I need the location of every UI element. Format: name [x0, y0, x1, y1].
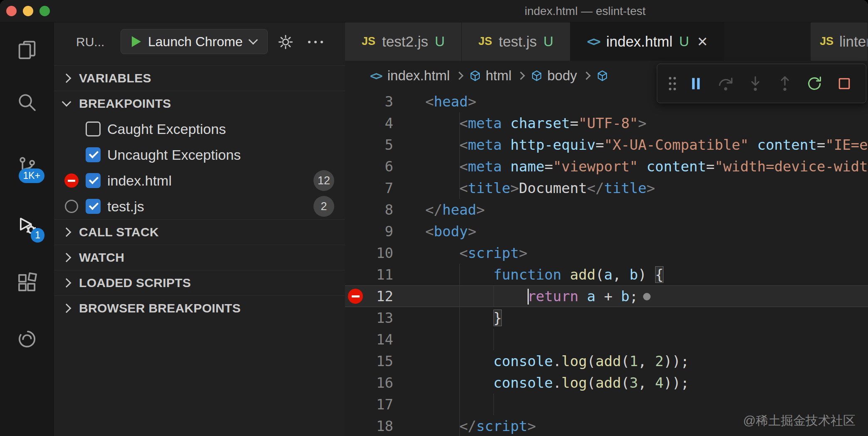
step-into-button[interactable]	[745, 70, 766, 97]
step-over-button[interactable]	[715, 70, 737, 97]
activity-item-explorer[interactable]	[16, 39, 38, 61]
line-number: 5	[366, 134, 393, 156]
section-loaded-scripts[interactable]: LOADED SCRIPTS	[54, 270, 345, 295]
indent-guide	[459, 329, 460, 350]
line-number: 7	[366, 177, 393, 199]
settings-gear-icon[interactable]	[277, 34, 294, 52]
gutter-margin	[345, 242, 366, 264]
code-line-16[interactable]: 16 console.log(add(3, 4));	[345, 372, 868, 394]
window-title: index.html — eslint-test	[525, 0, 646, 22]
code-line-10[interactable]: 10 <script>	[345, 242, 868, 264]
breadcrumb-item[interactable]: body	[547, 68, 577, 84]
activity-item-extensions[interactable]	[16, 272, 38, 293]
breadcrumb-item[interactable]: html	[486, 68, 511, 84]
tab-test-js[interactable]: JStest.jsU	[462, 22, 570, 61]
activity-item-source-control[interactable]: 1K+	[16, 156, 38, 177]
breakpoint-unverified-icon	[62, 200, 81, 213]
gutter-margin	[345, 177, 366, 199]
chevron-right-icon	[62, 278, 72, 288]
activity-item-edge[interactable]	[16, 328, 38, 350]
indent-guide	[459, 307, 460, 329]
code-line-6[interactable]: 6 <meta name="viewport" content="width=d…	[345, 156, 868, 177]
line-number: 13	[366, 307, 393, 329]
sidebar-header: RU... Launch Chrome	[54, 22, 345, 62]
tab-bar: JStest2.jsUJStest.jsU<>index.htmlU×JSlin…	[345, 22, 868, 61]
launch-configuration-button[interactable]: Launch Chrome	[121, 29, 268, 54]
restart-button[interactable]	[804, 70, 826, 97]
chevron-right-icon	[62, 304, 72, 313]
indent-guide	[459, 285, 460, 307]
breakpoint-label: Uncaught Exceptions	[107, 147, 345, 163]
stop-icon	[835, 74, 853, 93]
chevron-right-icon	[455, 72, 464, 80]
code-text: <meta charset="UTF-8">	[393, 112, 868, 134]
minimize-window-button[interactable]	[23, 6, 33, 16]
modified-indicator: U	[679, 34, 689, 50]
tab-label: index.html	[606, 33, 673, 50]
breakpoint-item-index-html[interactable]: index.html12	[54, 168, 345, 193]
search-icon	[16, 92, 38, 113]
matched-bracket: }	[493, 310, 502, 326]
code-text: <title>Document</title>	[393, 177, 868, 199]
indent-guide	[459, 156, 460, 177]
code-line-12[interactable]: 12 return a + b;	[345, 285, 868, 307]
zoom-window-button[interactable]	[39, 6, 50, 16]
section-variables[interactable]: VARIABLES	[54, 65, 345, 91]
tab-index-html[interactable]: <>index.htmlU×	[570, 22, 725, 61]
gutter-margin	[345, 394, 366, 415]
line-number: 14	[366, 329, 393, 350]
checkbox[interactable]	[86, 199, 101, 214]
section-label: WATCH	[79, 250, 124, 265]
breakpoint-item-uncaught-exceptions[interactable]: Uncaught Exceptions	[54, 142, 345, 168]
line-number: 15	[366, 350, 393, 372]
code-line-15[interactable]: 15 console.log(add(1, 2));	[345, 350, 868, 372]
stop-button[interactable]	[833, 70, 855, 97]
symbol-icon	[530, 69, 543, 82]
code-line-11[interactable]: 11 function add(a, b) {	[345, 264, 868, 285]
tab-linter-js[interactable]: JSlinter.js	[811, 22, 868, 61]
drag-grip-icon[interactable]	[668, 75, 677, 92]
sidebar-sections: VARIABLESBREAKPOINTSCaught ExceptionsUnc…	[54, 62, 345, 321]
code-line-4[interactable]: 4 <meta charset="UTF-8">	[345, 112, 868, 134]
activity-item-run-and-debug[interactable]: 1	[16, 215, 38, 237]
code-area[interactable]: 3<head>4 <meta charset="UTF-8">5 <meta h…	[345, 91, 868, 436]
breakpoint-disabled-icon	[62, 173, 81, 188]
section-browser-breakpoints[interactable]: BROWSER BREAKPOINTS	[54, 295, 345, 321]
gutter-margin	[345, 307, 366, 329]
code-line-8[interactable]: 8</head>	[345, 199, 868, 220]
step-into-icon	[746, 74, 764, 93]
js-file-icon: JS	[478, 35, 492, 48]
section-watch[interactable]: WATCH	[54, 245, 345, 270]
checkbox[interactable]	[86, 173, 101, 188]
matched-bracket: {	[655, 266, 663, 283]
activity-item-search[interactable]	[16, 92, 38, 113]
more-actions-icon[interactable]	[308, 41, 323, 43]
tab-label: test.js	[499, 33, 537, 50]
section-label: LOADED SCRIPTS	[79, 276, 191, 290]
code-line-9[interactable]: 9<body>	[345, 220, 868, 242]
code-text	[393, 329, 868, 350]
pause-button[interactable]	[685, 70, 707, 97]
close-window-button[interactable]	[6, 6, 17, 16]
count-badge: 2	[313, 196, 334, 217]
breakpoint-item-test-js[interactable]: test.js2	[54, 193, 345, 219]
checkbox[interactable]	[86, 147, 101, 162]
gutter-margin	[345, 156, 366, 177]
checkbox[interactable]	[86, 121, 101, 136]
breakpoint-icon[interactable]	[345, 285, 366, 307]
section-breakpoints[interactable]: BREAKPOINTS	[54, 91, 345, 116]
title-bar: index.html — eslint-test	[0, 0, 868, 22]
code-text: <meta name="viewport" content="width=dev…	[393, 156, 868, 177]
step-out-button[interactable]	[774, 70, 796, 97]
watermark: @稀土掘金技术社区	[743, 412, 856, 429]
tab-test2-js[interactable]: JStest2.jsU	[345, 22, 462, 61]
js-file-icon: JS	[362, 35, 375, 48]
close-icon[interactable]: ×	[698, 33, 708, 50]
code-text: <meta http-equiv="X-UA-Compatible" conte…	[393, 134, 868, 156]
section-call-stack[interactable]: CALL STACK	[54, 219, 345, 245]
code-line-13[interactable]: 13 }	[345, 307, 868, 329]
code-line-14[interactable]: 14	[345, 329, 868, 350]
code-line-5[interactable]: 5 <meta http-equiv="X-UA-Compatible" con…	[345, 134, 868, 156]
code-line-7[interactable]: 7 <title>Document</title>	[345, 177, 868, 199]
breakpoint-item-caught-exceptions[interactable]: Caught Exceptions	[54, 116, 345, 142]
